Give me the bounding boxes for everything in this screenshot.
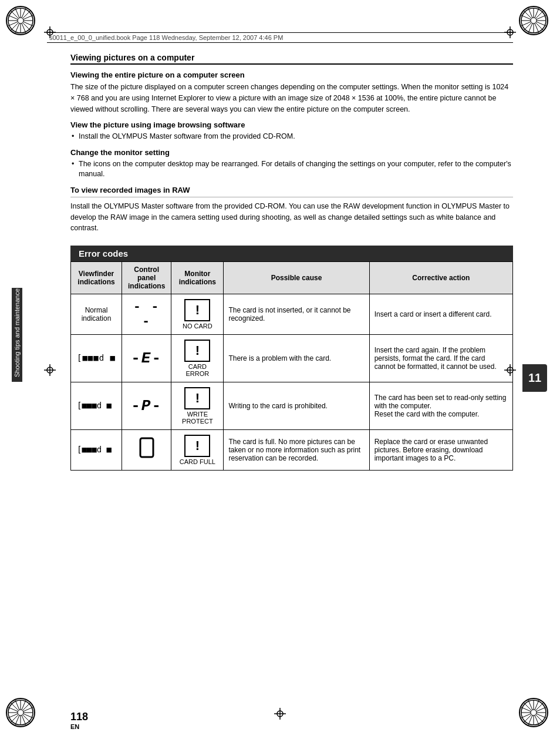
corner-decoration-bl <box>6 698 41 733</box>
view-picture-software-bullet: Install the OLYMPUS Master software from… <box>70 132 513 142</box>
table-row: [■■■d ■ -P- ! WRITE PROTECT <box>71 382 513 430</box>
change-monitor-title: Change the monitor setting <box>70 148 513 157</box>
crosshair-left-mid <box>44 364 56 378</box>
monitor-col-2: ! CARD ERROR <box>171 335 224 382</box>
monitor-col-4: ! CARD FULL <box>171 430 224 471</box>
viewfinder-col-1: Normalindication <box>71 294 122 335</box>
corrective-action-col-3: The card has been set to read-only setti… <box>369 382 512 430</box>
possible-cause-col-4: The card is full. No more pictures can b… <box>224 430 369 471</box>
sidebar-label: Shooting tips and maintenance <box>12 288 22 382</box>
viewfinder-col-4: [■■■d ■ <box>71 430 122 471</box>
col-header-corrective-action: Corrective action <box>369 262 512 294</box>
viewing-entire-picture-title: Viewing the entire picture on a computer… <box>70 70 513 79</box>
monitor-col-1: ! NO CARD <box>171 294 224 335</box>
error-codes-table: Viewfinderindications Controlpanelindica… <box>70 261 513 471</box>
svg-point-39 <box>531 710 537 716</box>
view-picture-software-title: View the picture using image browsing so… <box>70 120 513 129</box>
svg-text:[■■■d  ■: [■■■d ■ <box>77 353 116 362</box>
viewfinder-col-2: [■■■d ■ <box>71 335 122 382</box>
control-panel-col-3: -P- <box>122 382 171 430</box>
svg-rect-58 <box>140 438 153 457</box>
chapter-tab: 11 <box>522 364 547 392</box>
corner-decoration-tr <box>519 6 554 41</box>
main-content: Shooting tips and maintenance 11 Viewing… <box>70 53 513 674</box>
svg-text:[■■■d  ■: [■■■d ■ <box>77 445 112 454</box>
view-raw-body: Install the OLYMPUS Master software from… <box>70 201 513 234</box>
svg-point-9 <box>18 18 23 23</box>
viewing-entire-picture-body: The size of the picture displayed on a c… <box>70 82 513 115</box>
header-text: s0011_e_00_0_unified.book Page 118 Wedne… <box>47 32 513 43</box>
table-row: [■■■d ■ -E- ! CARD ERROR <box>71 335 513 382</box>
viewfinder-col-3: [■■■d ■ <box>71 382 122 430</box>
error-codes-section: Error codes Viewfinderindications Contro… <box>70 246 513 471</box>
table-row: Normalindication - - - ! NO CARD The <box>71 294 513 335</box>
col-header-viewfinder: Viewfinderindications <box>71 262 122 294</box>
crosshair-bottom-center <box>274 708 286 721</box>
corrective-action-col-4: Replace the card or erase unwanted pictu… <box>369 430 512 471</box>
svg-point-29 <box>18 710 23 716</box>
viewing-pictures-section: Viewing pictures on a computer Viewing t… <box>70 53 513 234</box>
col-header-monitor: Monitorindications <box>171 262 224 294</box>
svg-point-19 <box>531 18 537 23</box>
page-number: 118 EN <box>70 711 88 730</box>
control-panel-col-2: -E- <box>122 335 171 382</box>
col-header-possible-cause: Possible cause <box>224 262 369 294</box>
possible-cause-col-1: The card is not inserted, or it cannot b… <box>224 294 369 335</box>
change-monitor-bullet: The icons on the computer desktop may be… <box>70 159 513 180</box>
monitor-col-3: ! WRITE PROTECT <box>171 382 224 430</box>
svg-text:[■■■d  ■: [■■■d ■ <box>77 401 112 410</box>
viewing-pictures-title: Viewing pictures on a computer <box>70 53 513 65</box>
error-codes-title: Error codes <box>70 246 513 261</box>
corner-decoration-br <box>519 698 554 733</box>
corrective-action-col-1: Insert a card or insert a different card… <box>369 294 512 335</box>
table-row: [■■■d ■ <box>71 430 513 471</box>
possible-cause-col-2: There is a problem with the card. <box>224 335 369 382</box>
view-raw-title: To view recorded images in RAW <box>70 186 513 197</box>
col-header-control-panel: Controlpanelindications <box>122 262 171 294</box>
control-panel-col-1: - - - <box>122 294 171 335</box>
control-panel-col-4 <box>122 430 171 471</box>
corrective-action-col-2: Insert the card again. If the problem pe… <box>369 335 512 382</box>
possible-cause-col-3: Writing to the card is prohibited. <box>224 382 369 430</box>
corner-decoration-tl <box>6 6 41 41</box>
